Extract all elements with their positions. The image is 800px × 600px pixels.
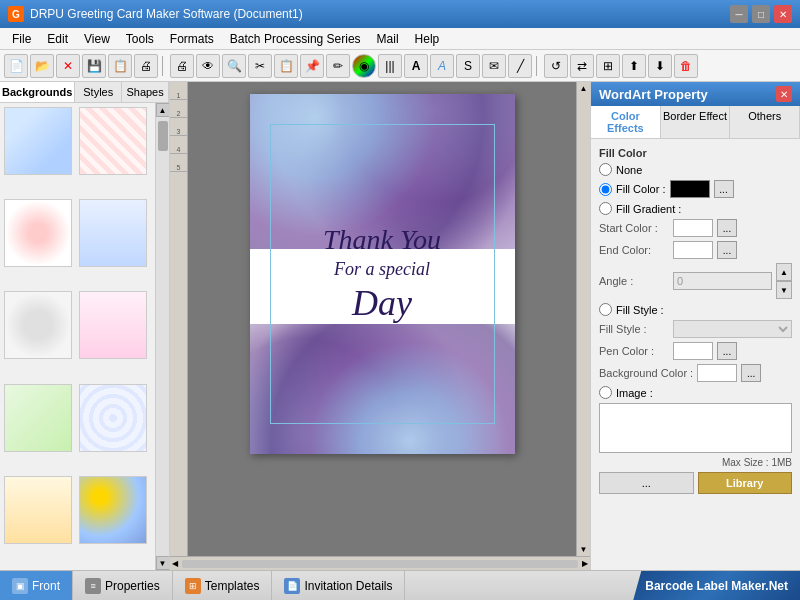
tab-invitation[interactable]: 📄 Invitation Details (272, 571, 405, 600)
background-thumb-3[interactable] (4, 199, 72, 267)
angle-row: Angle : ▲ ▼ (599, 263, 792, 299)
bg-color-label: Background Color : (599, 367, 693, 379)
rotate-button[interactable]: ↺ (544, 54, 568, 78)
new-button[interactable]: 📄 (4, 54, 28, 78)
greeting-card[interactable]: Thank You For a special Day (250, 94, 515, 454)
text-button[interactable]: A (404, 54, 428, 78)
background-thumb-10[interactable] (79, 476, 147, 544)
angle-spin-down[interactable]: ▼ (776, 281, 792, 299)
background-thumb-5[interactable] (4, 291, 72, 359)
background-thumb-7[interactable] (4, 384, 72, 452)
start-color-box[interactable] (673, 219, 713, 237)
flip-button[interactable]: ⇄ (570, 54, 594, 78)
tab-styles[interactable]: Styles (75, 82, 122, 102)
tab-others[interactable]: Others (730, 106, 800, 138)
toolbar: 📄 📂 ✕ 💾 📋 🖨 🖨 👁 🔍 ✂ 📋 📌 ✏ ◉ ||| A A S ✉ … (0, 50, 800, 82)
none-radio[interactable] (599, 163, 612, 176)
bg-color-dots-button[interactable]: ... (741, 364, 761, 382)
panel-close-button[interactable]: ✕ (776, 86, 792, 102)
minimize-button[interactable]: ─ (730, 5, 748, 23)
draw-button[interactable]: ✏ (326, 54, 350, 78)
save-as-button[interactable]: 📋 (108, 54, 132, 78)
open-button[interactable]: 📂 (30, 54, 54, 78)
background-thumb-9[interactable] (4, 476, 72, 544)
pen-color-dots-button[interactable]: ... (717, 342, 737, 360)
bg-color-box[interactable] (697, 364, 737, 382)
library-button[interactable]: Library (698, 472, 793, 494)
canvas-scroll-up[interactable]: ▲ (580, 84, 588, 93)
print2-button[interactable]: 🖨 (170, 54, 194, 78)
end-color-dots-button[interactable]: ... (717, 241, 737, 259)
canvas-scrollbar-horizontal[interactable]: ◀ ▶ (170, 556, 590, 570)
close-button[interactable]: ✕ (774, 5, 792, 23)
tab-border-effect[interactable]: Border Effect (661, 106, 731, 138)
export-button[interactable]: ⬇ (648, 54, 672, 78)
image-radio-row: Image : (599, 386, 792, 399)
delete-button[interactable]: 🗑 (674, 54, 698, 78)
menu-view[interactable]: View (76, 30, 118, 48)
library-preview-area (599, 403, 792, 453)
paste-button[interactable]: 📌 (300, 54, 324, 78)
tab-templates[interactable]: ⊞ Templates (173, 571, 273, 600)
align-button[interactable]: ⊞ (596, 54, 620, 78)
print-button[interactable]: 🖨 (134, 54, 158, 78)
line-button[interactable]: ╱ (508, 54, 532, 78)
background-thumb-8[interactable] (79, 384, 147, 452)
menu-tools[interactable]: Tools (118, 30, 162, 48)
tab-properties[interactable]: ≡ Properties (73, 571, 173, 600)
image-radio[interactable] (599, 386, 612, 399)
card-text-for: For a special (323, 257, 441, 282)
fill-gradient-radio[interactable] (599, 202, 612, 215)
fill-color-dots-button[interactable]: ... (714, 180, 734, 198)
canvas-scroll-left[interactable]: ◀ (172, 559, 178, 568)
close-doc-button[interactable]: ✕ (56, 54, 80, 78)
preview-button[interactable]: 👁 (196, 54, 220, 78)
tab-color-effects[interactable]: Color Effects (591, 106, 661, 138)
fill-color-radio[interactable] (599, 183, 612, 196)
barcode-button[interactable]: ||| (378, 54, 402, 78)
save-button[interactable]: 💾 (82, 54, 106, 78)
scrollbar-thumb[interactable] (158, 121, 168, 151)
canvas-viewport[interactable]: Thank You For a special Day (188, 82, 576, 556)
tab-front[interactable]: ▣ Front (0, 571, 73, 600)
sidebar-scrollbar[interactable]: ▲ ▼ (155, 103, 169, 570)
tab-shapes[interactable]: Shapes (122, 82, 169, 102)
canvas-scroll-right[interactable]: ▶ (582, 559, 588, 568)
wordart-property-panel: WordArt Property ✕ Color Effects Border … (590, 82, 800, 570)
menu-mail[interactable]: Mail (369, 30, 407, 48)
shape-button[interactable]: S (456, 54, 480, 78)
copy-button[interactable]: 📋 (274, 54, 298, 78)
fill-color-box[interactable] (670, 180, 710, 198)
canvas-scroll-down[interactable]: ▼ (580, 545, 588, 554)
end-color-box[interactable] (673, 241, 713, 259)
menu-formats[interactable]: Formats (162, 30, 222, 48)
menu-edit[interactable]: Edit (39, 30, 76, 48)
angle-input[interactable] (673, 272, 772, 290)
menu-batch[interactable]: Batch Processing Series (222, 30, 369, 48)
background-thumb-1[interactable] (4, 107, 72, 175)
wordart-button[interactable]: A (430, 54, 454, 78)
scroll-down-button[interactable]: ▼ (156, 556, 170, 570)
canvas-scrollbar-vertical[interactable]: ▲ ▼ (576, 82, 590, 556)
background-thumb-2[interactable] (79, 107, 147, 175)
fill-style-label-2: Fill Style : (599, 323, 669, 335)
import-button[interactable]: ⬆ (622, 54, 646, 78)
fill-style-radio[interactable] (599, 303, 612, 316)
background-thumb-4[interactable] (79, 199, 147, 267)
zoom-button[interactable]: 🔍 (222, 54, 246, 78)
color-button[interactable]: ◉ (352, 54, 376, 78)
menu-help[interactable]: Help (407, 30, 448, 48)
email-button[interactable]: ✉ (482, 54, 506, 78)
background-thumb-6[interactable] (79, 291, 147, 359)
none-label: None (616, 164, 642, 176)
menu-file[interactable]: File (4, 30, 39, 48)
tab-backgrounds[interactable]: Backgrounds (0, 82, 75, 102)
start-color-dots-button[interactable]: ... (717, 219, 737, 237)
angle-spin-up[interactable]: ▲ (776, 263, 792, 281)
maximize-button[interactable]: □ (752, 5, 770, 23)
cut-button[interactable]: ✂ (248, 54, 272, 78)
pen-color-box[interactable] (673, 342, 713, 360)
image-dots-button[interactable]: ... (599, 472, 694, 494)
scroll-up-button[interactable]: ▲ (156, 103, 170, 117)
fill-style-dropdown[interactable] (673, 320, 792, 338)
